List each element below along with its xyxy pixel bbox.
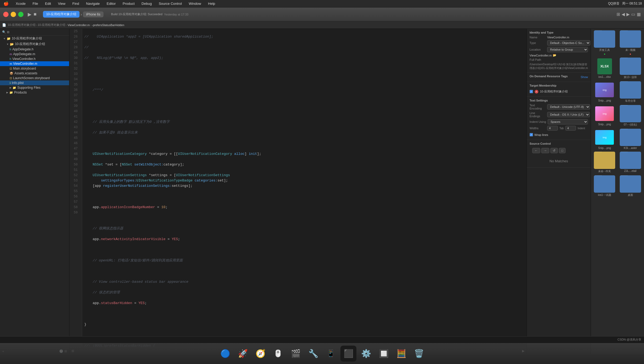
m-file-icon: m <box>10 52 12 56</box>
sidebar-item-supporting[interactable]: ▶ 📁 Supporting Files <box>0 85 69 90</box>
sidebar-item-main-storyboard[interactable]: ⊡ Main.storyboard <box>0 66 69 71</box>
menu-source-control[interactable]: Source Control <box>157 1 183 6</box>
no-matches-label: No Matches <box>530 157 588 165</box>
menu-view[interactable]: View <box>57 1 67 6</box>
sidebar-item-root[interactable]: ▼ 📁 10-应用程序对象介绍 <box>0 36 69 41</box>
thumb-07[interactable]: 07-···(优化) <box>618 105 643 127</box>
layout-icon[interactable]: ▭ <box>631 12 635 17</box>
m-file-icon2: m <box>10 62 12 65</box>
location-row: Location Relative to Group <box>530 47 588 52</box>
menu-debug[interactable]: Debug <box>140 1 153 6</box>
menu-xcode[interactable]: Xcode <box>14 1 27 6</box>
thumb-di13ban[interactable]: 第13···业班 <box>618 58 643 79</box>
minimize-button[interactable] <box>11 12 16 17</box>
apple-menu[interactable]: 🍎 <box>2 1 10 7</box>
sidebar-item-assets[interactable]: 📦 Assets.xcassets <box>0 71 69 76</box>
thumb-snip2[interactable]: img Snip....png <box>593 105 617 127</box>
menu-edit[interactable]: Edit <box>44 1 52 6</box>
maximize-button[interactable] <box>18 12 23 17</box>
endings-select[interactable]: Default - OS X / Unix (LF) <box>547 112 590 117</box>
dock-video[interactable]: 🎬 <box>288 346 304 362</box>
dock-phone[interactable]: 📱 <box>323 346 339 362</box>
panel-icon[interactable]: ▦ <box>637 12 641 17</box>
breadcrumb-part1[interactable]: 10-应用程序对象介绍 <box>8 23 35 27</box>
sidebar-item-viewcontroller-m[interactable]: m ViewController.m <box>0 61 69 66</box>
code-content[interactable]: // UIApplication *app2 = [UIApplication … <box>82 29 527 347</box>
dock-tools[interactable]: 🔧 <box>305 346 321 362</box>
show-button[interactable]: Show <box>581 75 588 79</box>
ln-34: 34 <box>69 77 80 82</box>
menu-navigate[interactable]: Navigate <box>85 1 101 6</box>
sc-btn2[interactable]: → <box>541 148 549 153</box>
sidebar-item-products[interactable]: ▶ 📁 Products <box>0 90 69 95</box>
thumb-chedan[interactable]: 车丹分享 <box>618 81 643 103</box>
toolbar-tab-project[interactable]: 10-应用程序对象介绍 <box>43 11 79 18</box>
dock-trash[interactable]: 🗑️ <box>411 346 427 362</box>
sidebar-nav-icon[interactable]: ⊟ <box>7 30 9 34</box>
menu-find[interactable]: Find <box>71 1 80 6</box>
code-line-25: // UIApplication *app2 = [UIApplication … <box>84 34 524 39</box>
target-checkbox[interactable] <box>530 90 533 93</box>
dock-terminal[interactable]: ⬛ <box>340 346 356 362</box>
breadcrumb-part4[interactable]: -prefersStatusBarHidden <box>92 23 124 27</box>
sidebar-item-appdelegate-h[interactable]: h AppDelegate.h <box>0 47 69 52</box>
encoding-select[interactable]: Default - Unicode (UTF-8) <box>547 104 590 110</box>
thumb-ksi[interactable]: KSI....aster <box>618 129 643 149</box>
code-line-48: // View controller-based status bar appe… <box>84 279 524 285</box>
thumb-kaifagongju[interactable]: 开发工具 ● <box>593 30 617 55</box>
dock-finder[interactable]: 🔵 <box>217 346 233 362</box>
ln-25: 25 <box>69 29 80 34</box>
xlsx-icon: XLSX <box>594 58 615 75</box>
menu-editor[interactable]: Editor <box>105 1 117 6</box>
sidebar-item-viewcontroller-h[interactable]: h ViewController.h <box>0 56 69 61</box>
breadcrumb-part3[interactable]: ViewController.m <box>68 23 90 27</box>
thumb-xlsx[interactable]: XLSX ios1....xlsx <box>593 58 617 79</box>
back-icon[interactable]: ◀ <box>622 12 625 17</box>
ln-40: 40 <box>69 109 80 114</box>
thumb-snip1[interactable]: img Snip....png <box>593 81 617 103</box>
sidebar-item-launchscreen[interactable]: ⊡ LaunchScreen.storyboard <box>0 76 69 80</box>
width-input2[interactable] <box>565 126 576 131</box>
dock-calculator[interactable]: 🧮 <box>393 346 409 362</box>
dock-app[interactable]: 🔲 <box>376 346 392 362</box>
close-button[interactable] <box>3 12 9 17</box>
menu-window[interactable]: Window <box>188 1 202 6</box>
run-icon[interactable]: ▶ <box>28 11 31 17</box>
dock-mouse[interactable]: 🖱️ <box>270 346 286 362</box>
dock-safari[interactable]: 🧭 <box>252 346 268 362</box>
sidebar-item-appdelegate-m[interactable]: m AppDelegate.m <box>0 52 69 56</box>
toolbar-actions: ⊞ ◀ ▶ ▭ ▦ <box>617 12 641 17</box>
sc-btn4[interactable]: □ <box>559 148 566 153</box>
thumb-zjl[interactable]: ZJL....etail <box>618 152 643 173</box>
menu-help[interactable]: Help <box>207 1 217 6</box>
menu-product[interactable]: Product <box>121 1 136 6</box>
location-select[interactable]: Relative to Group <box>547 47 588 52</box>
width-input1[interactable] <box>547 126 558 131</box>
target-name: 10-应用程序对象介绍 <box>540 90 568 94</box>
stop-icon[interactable]: ■ <box>34 11 37 17</box>
reveal-icon[interactable]: 📂 <box>553 54 556 57</box>
sidebar-item-infoplist[interactable]: ℹ Info.plist <box>0 80 69 85</box>
thumb-row-3: img Snip....png 车丹分享 <box>593 81 642 103</box>
grid-icon[interactable]: ⊞ <box>617 12 620 17</box>
indent-select[interactable]: Spaces <box>548 119 588 124</box>
sc-btn3[interactable]: ↺ <box>550 148 558 153</box>
sidebar-search-icon[interactable]: 🔍 <box>2 30 6 34</box>
code-container[interactable]: 25 26 27 28 29 30 31 32 33 34 35 36 37 3… <box>69 29 527 347</box>
thumb-weiming[interactable]: 未命···件夹 <box>593 152 617 173</box>
thumb-ios1-shiti[interactable]: ios1····试题 <box>593 175 617 197</box>
sc-btn1[interactable]: ← <box>532 148 540 153</box>
menu-file[interactable]: File <box>31 1 39 6</box>
ln-47: 47 <box>69 146 80 151</box>
dock-settings[interactable]: ⚙️ <box>358 346 374 362</box>
toolbar-tab-device[interactable]: iPhone 6s <box>83 11 104 17</box>
dock-launchpad[interactable]: 🚀 <box>235 346 251 362</box>
sidebar-item-group[interactable]: ▼ 📂 10-应用程序对象介绍 <box>0 41 69 47</box>
breadcrumb-part2[interactable]: 10-应用程序对象介绍 <box>38 23 65 27</box>
thumb-snip3[interactable]: img Snip....png <box>593 129 617 149</box>
forward-icon[interactable]: ▶ <box>626 12 630 17</box>
type-select[interactable]: Default - Objective-C So... <box>547 40 590 46</box>
thumb-zhuomian[interactable]: 桌面 <box>618 175 643 197</box>
thumb-weivideo[interactable]: 未···视频 ● <box>618 30 643 55</box>
wrap-checkbox[interactable] <box>530 133 533 136</box>
